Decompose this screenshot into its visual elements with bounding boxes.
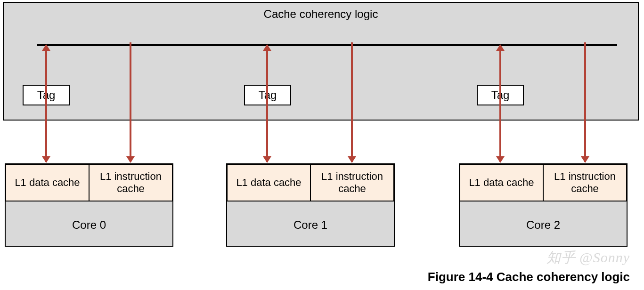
diagram-canvas: Cache coherency logic Tag Tag Tag L1 dat… <box>0 0 644 290</box>
cache-coherency-logic-box: Cache coherency logic Tag Tag Tag <box>3 2 639 121</box>
core-2-box: L1 data cache L1 instruction cache Core … <box>459 163 628 247</box>
arrow-down-core1 <box>351 42 353 162</box>
core-0-l1-row: L1 data cache L1 instruction cache <box>5 164 173 201</box>
bus-line <box>37 44 617 46</box>
figure-caption: Figure 14-4 Cache coherency logic <box>428 270 630 284</box>
core-0-label: Core 0 <box>6 218 172 232</box>
coherency-title: Cache coherency logic <box>4 8 638 21</box>
arrow-bi-core0 <box>45 45 47 162</box>
arrow-down-core2 <box>584 42 586 162</box>
arrow-bi-core2 <box>499 45 501 162</box>
watermark-text: 知乎 @Sonny <box>546 248 630 267</box>
core-1-label: Core 1 <box>227 218 394 232</box>
core-2-l1d: L1 data cache <box>459 164 544 201</box>
core-2-l1i: L1 instruction cache <box>544 164 627 201</box>
core-2-l1-row: L1 data cache L1 instruction cache <box>459 164 627 201</box>
arrow-down-core0 <box>130 42 131 162</box>
core-1-l1-row: L1 data cache L1 instruction cache <box>227 164 394 201</box>
core-1-box: L1 data cache L1 instruction cache Core … <box>226 163 395 247</box>
core-1-l1d: L1 data cache <box>227 164 311 201</box>
core-1-l1i: L1 instruction cache <box>311 164 394 201</box>
core-2-label: Core 2 <box>460 218 627 232</box>
core-0-l1i: L1 instruction cache <box>90 164 173 201</box>
core-0-box: L1 data cache L1 instruction cache Core … <box>5 163 173 247</box>
arrow-bi-core1 <box>266 45 268 162</box>
core-0-l1d: L1 data cache <box>5 164 90 201</box>
